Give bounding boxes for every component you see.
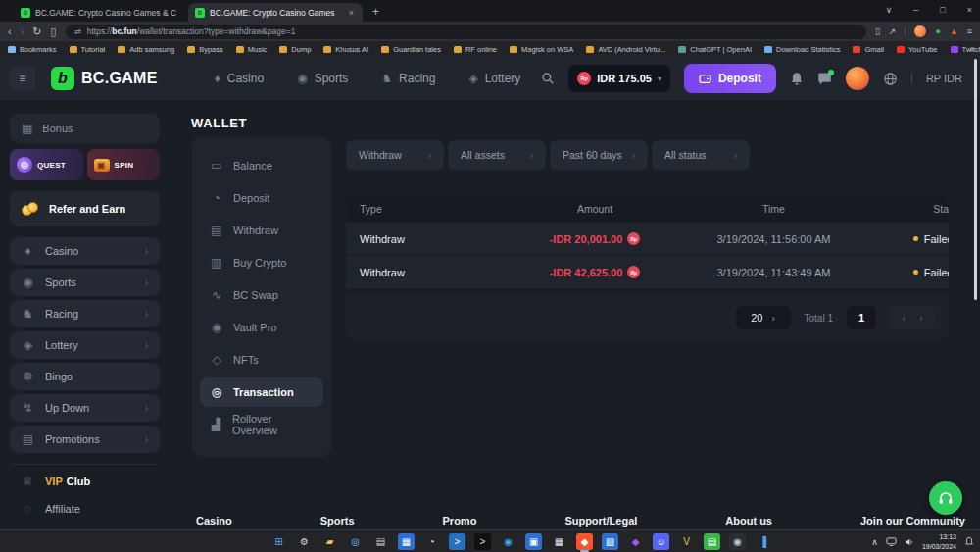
bookmark-item[interactable]: Dump (279, 45, 311, 54)
photos-icon[interactable]: ▧ (602, 533, 618, 550)
pen-icon[interactable]: V (678, 533, 695, 550)
bookmarks-overflow-icon[interactable]: » (969, 44, 974, 54)
reading-list-icon[interactable]: ▯ (875, 26, 880, 36)
bookmark-item[interactable]: Magisk on WSA (510, 45, 573, 54)
chat-icon[interactable] (817, 72, 832, 85)
settings-icon[interactable]: ⚙ (296, 533, 313, 550)
footer-column-title[interactable]: Sports (320, 515, 355, 527)
media-icon[interactable]: ▦ (398, 533, 415, 550)
wallet-nav-item[interactable]: ◔ Deposit (200, 183, 323, 213)
share-icon[interactable]: ↗ (889, 26, 897, 36)
clock-icon[interactable]: ◔ (423, 533, 440, 550)
sidebar-menu-item[interactable]: ☸ Bingo › (10, 363, 160, 390)
bookmark-item[interactable]: Tutorial (70, 45, 106, 54)
browser-icon[interactable]: ◉ (500, 533, 516, 550)
menu-icon[interactable]: ≡ (967, 26, 972, 36)
nav-item[interactable]: ♦ Casino (215, 72, 264, 85)
tab-search-icon[interactable]: ∨ (886, 5, 893, 15)
bookmark-item[interactable]: Adb samsung (118, 45, 174, 54)
close-tab-icon[interactable]: × (347, 8, 356, 18)
bookmark-item[interactable]: Bypass (187, 45, 223, 54)
obs-icon[interactable]: ◉ (729, 533, 746, 550)
bcgame-logo[interactable]: b BC.GAME (51, 67, 158, 90)
user-avatar[interactable] (846, 67, 869, 90)
language-globe-icon[interactable] (883, 72, 898, 86)
bookmark-item[interactable]: Download Statistics (764, 45, 840, 54)
sidebar-menu-item[interactable]: ▤ Promotions › (10, 426, 160, 453)
bookmark-item[interactable]: Gmail (853, 45, 884, 54)
brave-rewards-icon[interactable]: ▲ (950, 26, 958, 36)
fiat-currency-label[interactable]: RP IDR (926, 73, 962, 84)
notification-bell-icon[interactable] (964, 536, 974, 547)
footer-column-title[interactable]: About us (725, 515, 772, 527)
terminal-icon[interactable]: > (474, 533, 491, 550)
clock[interactable]: 13:13 19/03/2024 (922, 532, 956, 550)
docs-icon[interactable]: ▤ (372, 533, 389, 550)
back-icon[interactable]: ‹ (8, 26, 12, 37)
bookmark-panel-icon[interactable]: ▯ (51, 26, 57, 37)
quest-button[interactable]: ◎ QUEST (10, 149, 83, 180)
sidebar-item-vip-club[interactable]: ♕ VIPClub (10, 468, 160, 495)
sidebar-item-affiliate[interactable]: ◌ Affiliate (10, 495, 160, 523)
sidebar-menu-item[interactable]: ◈ Lottery › (10, 331, 160, 359)
wallet-nav-item[interactable]: ▭ Balance (200, 151, 323, 180)
bookmark-item[interactable]: Bookmarks (8, 45, 57, 54)
bookmark-item[interactable]: YouTube (897, 45, 937, 54)
wallet-nav-item[interactable]: ◇ NFTs (200, 345, 323, 375)
sidebar-menu-item[interactable]: ↯ Up Down › (10, 394, 160, 422)
url-bar[interactable]: ⇄ https://bc.fun/wallet/transaction?type… (66, 25, 866, 39)
transaction-row[interactable]: Withdraw -IDR 42,625.00 Rp 3/19/2024, 11… (346, 255, 949, 288)
current-page[interactable]: 1 (847, 306, 876, 329)
transaction-row[interactable]: Withdraw -IDR 20,001.00 Rp 3/19/2024, 11… (346, 222, 949, 255)
bookmark-item[interactable]: Twitch (951, 45, 980, 54)
live-support-button[interactable] (929, 481, 962, 515)
discord-icon[interactable]: ☺ (653, 533, 669, 550)
nav-item[interactable]: ◈ Lottery (468, 72, 520, 85)
notifications-bell-icon[interactable] (790, 72, 804, 86)
new-tab-button[interactable]: + (372, 5, 379, 22)
bonus-button[interactable]: ▦ Bonus (10, 114, 160, 143)
brave-shields-icon[interactable]: ⇄ (74, 26, 81, 36)
wallet-nav-item[interactable]: ◎ Transaction (200, 377, 323, 407)
nav-item[interactable]: ◉ Sports (297, 72, 348, 85)
bookmark-item[interactable]: Music (236, 45, 268, 54)
filter-dropdown[interactable]: All status › (652, 140, 750, 170)
search-icon[interactable]: ◎ (347, 533, 364, 550)
prev-page-icon[interactable]: ‹ (902, 312, 906, 324)
restore-button[interactable]: □ (940, 5, 945, 15)
profile-avatar[interactable] (914, 25, 926, 37)
filter-dropdown[interactable]: All assets › (448, 140, 546, 170)
footer-column-title[interactable]: Join our Community (860, 515, 965, 527)
sidebar-menu-item[interactable]: ♦ Casino › (10, 237, 160, 265)
sidebar-toggle-button[interactable]: ≡ (10, 66, 35, 91)
wallet-nav-item[interactable]: ◉ Vault Pro (200, 313, 323, 342)
panel-icon[interactable]: ▐ (755, 533, 771, 550)
extension-icon[interactable]: ● (935, 26, 940, 36)
close-button[interactable]: × (967, 5, 972, 15)
volume-icon[interactable] (905, 537, 914, 547)
browser-tab-2-active[interactable]: b BC.GAME: Crypto Casino Games × (188, 3, 363, 22)
minimize-button[interactable]: – (913, 5, 918, 15)
footer-column-title[interactable]: Casino (196, 515, 232, 527)
wallet-nav-item[interactable]: ▟ Rollover Overview (200, 410, 323, 439)
wallet-nav-item[interactable]: ▤ Withdraw (200, 216, 323, 245)
explorer-icon[interactable]: ▰ (321, 533, 338, 550)
reload-icon[interactable]: ↻ (32, 26, 41, 37)
deposit-button[interactable]: Deposit (684, 64, 776, 93)
sidebar-menu-item[interactable]: ♞ Racing › (10, 300, 160, 327)
bookmark-item[interactable]: ChatGPT | OpenAI (678, 45, 752, 54)
nav-item[interactable]: ♞ Racing (381, 72, 435, 85)
start-icon[interactable]: ⊞ (270, 533, 287, 550)
game-icon[interactable]: ◆ (627, 533, 644, 550)
spin-button[interactable]: ▣ SPIN (87, 149, 161, 180)
brave-icon[interactable]: ◆ (576, 533, 593, 550)
notepad-icon[interactable]: ▤ (704, 533, 720, 550)
tray-chevron-icon[interactable]: ∧ (871, 537, 878, 547)
forward-icon[interactable]: › (21, 26, 24, 37)
browser-tab-1[interactable]: b BC.GAME: Crypto Casino Games & C (14, 3, 188, 22)
balance-selector[interactable]: Rp IDR 175.05 ▾ (568, 65, 670, 92)
calendar-icon[interactable]: ▦ (551, 533, 567, 550)
search-icon[interactable] (541, 72, 555, 85)
filter-dropdown[interactable]: Past 60 days › (550, 140, 648, 170)
bookmark-item[interactable]: RF online (454, 45, 497, 54)
